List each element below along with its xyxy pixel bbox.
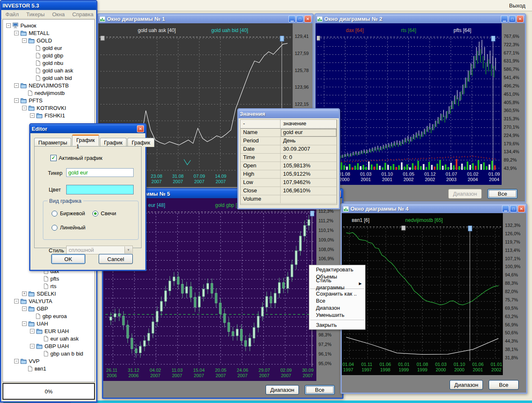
tree-expand-toggle[interactable]: − [30, 344, 35, 348]
tree-item[interactable]: gold uah ask [3, 67, 94, 74]
tree-expand-toggle[interactable]: − [22, 321, 27, 326]
minimize-button[interactable]: ▁ [288, 15, 296, 22]
exit-menu-item[interactable]: Выход [509, 2, 532, 9]
row-key[interactable]: Low [241, 179, 281, 187]
chart-plot[interactable] [317, 36, 500, 171]
tree-expand-toggle[interactable]: − [22, 106, 27, 110]
menu-item[interactable]: Окна [52, 11, 65, 17]
row-key[interactable]: Open [241, 162, 281, 170]
tree-item[interactable]: −EUR UAH [3, 327, 94, 335]
radio-option[interactable]: Биржевой [52, 210, 85, 216]
range-button[interactable]: Диапазон [450, 380, 483, 390]
tree-item[interactable]: −KOTIROVKI [3, 104, 94, 112]
chart-plot[interactable] [343, 226, 502, 361]
tree-expand-toggle[interactable]: − [22, 38, 27, 43]
context-menu-item[interactable]: Редактировать [309, 266, 365, 273]
tab-3[interactable]: График 2 [100, 138, 127, 147]
close-button[interactable]: ✕ [517, 15, 524, 22]
row-key[interactable]: Time [241, 154, 281, 162]
row-key[interactable]: Volume [241, 195, 281, 204]
tab-4[interactable]: График 3 [127, 138, 154, 147]
row-value[interactable]: 105,9122% [281, 170, 337, 179]
tree-item[interactable]: −PFTS [3, 97, 94, 104]
maximize-button[interactable]: □ [296, 15, 303, 22]
tree-item[interactable]: ввп1 [3, 365, 94, 372]
window-titlebar[interactable]: Окно диаграммы № 1 ▁ □ ✕ [98, 15, 313, 23]
close-button[interactable]: ✕ [137, 125, 144, 132]
row-key[interactable]: Close [241, 187, 281, 195]
row-value[interactable]: День [281, 137, 337, 145]
tree-item[interactable]: nedvijimostb [3, 89, 94, 97]
tree-item[interactable]: −GOLD [3, 37, 94, 44]
row-value[interactable] [281, 195, 337, 204]
window-titlebar[interactable]: Окно диаграммы № 2 ▁ □ ✕ [316, 15, 525, 23]
tree-item[interactable]: −Рынок [3, 22, 94, 29]
maximize-button[interactable]: □ [509, 15, 516, 22]
tree-expand-toggle[interactable]: + [22, 291, 27, 296]
tree-item[interactable]: gbp euroa [3, 312, 94, 320]
tree-item[interactable]: gold eur [3, 44, 94, 52]
range-button[interactable]: Диапазон [266, 385, 299, 395]
tree-expand-toggle[interactable]: − [22, 306, 27, 311]
context-menu-item[interactable]: Сохранить как .. [309, 290, 365, 297]
maximize-button[interactable]: □ [510, 205, 517, 212]
tree-item[interactable]: −METALL [3, 29, 94, 37]
tree-expand-toggle[interactable]: − [30, 329, 35, 333]
row-key[interactable]: High [241, 170, 281, 179]
tree-expand-toggle[interactable]: − [14, 83, 19, 88]
tree-item[interactable]: −NEDVIJIMOSTB [3, 82, 94, 89]
tree-item[interactable]: −VVP [3, 357, 94, 365]
tree-item[interactable]: −UAH [3, 320, 94, 327]
context-menu-item[interactable]: Закрыть [309, 321, 365, 328]
row-key[interactable]: Period [241, 137, 281, 145]
style-combobox[interactable]: сплошной ▼ [66, 246, 133, 254]
all-button[interactable]: Все [489, 380, 519, 390]
tab-2[interactable]: График 1 [72, 134, 99, 146]
row-value[interactable]: 105,9813% [281, 162, 337, 170]
range-button[interactable]: Диапазон [448, 189, 482, 199]
tree-expand-toggle[interactable]: − [14, 31, 19, 35]
active-chart-checkbox[interactable]: ✓ [50, 155, 57, 161]
context-menu-item[interactable]: Диапазон [309, 304, 365, 311]
chevron-down-icon[interactable]: ▼ [124, 246, 132, 254]
tree-expand-toggle[interactable]: − [14, 299, 19, 303]
window-titlebar[interactable]: Окно диаграммы № 4 ▁ □ ✕ [342, 204, 526, 213]
row-key[interactable]: Name [241, 129, 281, 137]
tree-item[interactable]: −FISHKI1 [3, 112, 94, 119]
tree-item[interactable]: −GBP UAH [3, 342, 94, 350]
row-value[interactable]: 106,9610% [281, 187, 337, 195]
tree-expand-toggle[interactable]: − [6, 23, 11, 28]
color-swatch[interactable] [66, 185, 134, 194]
ok-button[interactable]: OK [51, 254, 85, 264]
all-button[interactable]: Все [487, 189, 517, 199]
tree-item[interactable]: −GBP [3, 305, 94, 312]
minimize-button[interactable]: ▁ [501, 15, 508, 22]
context-menu-item[interactable]: Уменьшить [309, 311, 365, 318]
row-value[interactable]: gold eur [281, 129, 337, 137]
tree-item[interactable]: rts [3, 282, 94, 290]
values-col-value[interactable]: значение [281, 120, 337, 129]
row-value[interactable]: 30.09.2007 [281, 145, 337, 154]
all-button[interactable]: Все [305, 385, 335, 395]
tree-item[interactable]: eur uah ask [3, 335, 94, 342]
menu-item[interactable]: Тикеры [26, 11, 45, 17]
row-key[interactable]: Date [241, 145, 281, 154]
minimize-button[interactable]: ▁ [502, 205, 509, 212]
ticker-input[interactable] [66, 168, 134, 177]
tree-item[interactable]: gbp uan b bid [3, 350, 94, 357]
tree-expand-toggle[interactable]: − [14, 359, 19, 363]
radio-option[interactable]: Свечи [92, 210, 116, 216]
row-value[interactable]: 0: 0 [281, 154, 337, 162]
menu-item[interactable]: Справка [72, 11, 93, 17]
tree-expand-toggle[interactable]: − [14, 98, 19, 103]
tree-item[interactable]: pfts [3, 275, 94, 282]
window-titlebar[interactable]: Editor ✕ [30, 124, 145, 133]
tree-item[interactable]: gold gbp [3, 52, 94, 59]
context-menu-item[interactable]: Все [309, 297, 365, 304]
radio-option[interactable]: Линейный [52, 224, 85, 231]
close-button[interactable]: ✕ [304, 15, 311, 22]
window-titlebar[interactable]: INVESTOR 5.3 [1, 1, 96, 10]
menu-item[interactable]: Файл [5, 11, 19, 17]
tree-item[interactable]: +SDELKI [3, 290, 94, 297]
tab-1[interactable]: Параметры [34, 138, 71, 147]
